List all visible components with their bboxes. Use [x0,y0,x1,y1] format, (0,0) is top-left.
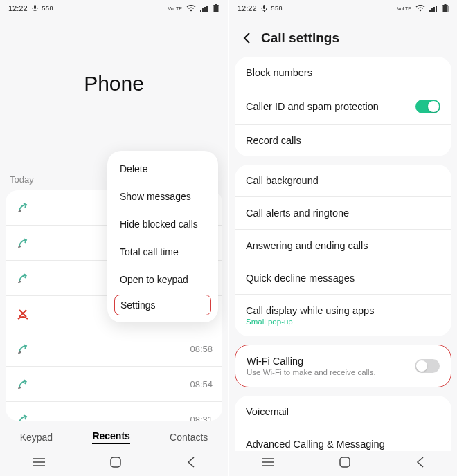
settings-list[interactable]: Block numbersCaller ID and spam protecti… [229,57,457,451]
svg-rect-22 [443,6,447,12]
settings-row-caller-id-and-spam-protection[interactable]: Caller ID and spam protection [235,89,451,125]
nav-home-icon[interactable] [110,457,121,470]
status-carrier: 558 [271,5,283,12]
tab-keypad[interactable]: Keypad [20,432,53,443]
outgoing-call-icon [15,271,30,286]
outgoing-call-icon [15,235,30,250]
menu-item-total-call-time[interactable]: Total call time [107,238,218,266]
svg-rect-5 [204,7,206,12]
menu-item-hide-blocked-calls[interactable]: Hide blocked calls [107,210,218,238]
overflow-menu: DeleteShow messagesHide blocked callsTot… [107,151,218,322]
menu-item-show-messages[interactable]: Show messages [107,183,218,210]
svg-point-2 [190,10,192,11]
svg-rect-18 [431,8,433,12]
android-nav-bar [229,451,457,476]
settings-row-sublabel: Small pop-up [246,318,374,326]
settings-row-label: Call background [246,175,319,186]
call-row[interactable]: 08:31 [6,402,222,421]
settings-row-sublabel: Use Wi-Fi to make and receive calls. [247,368,376,376]
settings-row-voicemail[interactable]: Voicemail [235,396,451,428]
battery-icon [442,4,449,12]
settings-row-advanced-calling-messaging[interactable]: Advanced Calling & Messaging [235,428,451,451]
tab-recents[interactable]: Recents [92,430,129,444]
settings-row-label: Advanced Calling & Messaging [246,439,385,450]
svg-rect-27 [340,457,350,467]
signal-icon [429,5,438,12]
menu-item-settings[interactable]: Settings [114,295,211,315]
svg-rect-23 [445,4,447,6]
page-title: Phone [0,17,228,172]
mic-icon [261,5,267,12]
bottom-tabs: Keypad Recents Contacts [0,421,228,451]
back-icon[interactable] [239,30,254,46]
settings-row-label: Caller ID and spam protection [246,101,379,112]
nav-back-icon[interactable] [187,457,195,470]
svg-rect-14 [263,5,265,9]
mic-icon [32,5,38,12]
status-carrier: 558 [42,5,54,12]
missed-call-icon [15,306,30,321]
settings-row-label: Block numbers [246,67,312,78]
wifi-icon [186,5,196,12]
outgoing-call-icon [15,341,30,356]
svg-rect-4 [202,8,204,12]
outgoing-call-icon [15,412,30,421]
settings-row-answering-and-ending-calls[interactable]: Answering and ending calls [235,230,451,262]
svg-rect-19 [433,7,435,12]
svg-rect-8 [214,6,218,12]
menu-item-delete[interactable]: Delete [107,155,218,183]
status-time: 12:22 [8,4,28,12]
call-time: 08:31 [190,414,213,421]
settings-group: VoicemailAdvanced Calling & Messaging [235,396,451,451]
settings-title: Call settings [261,30,339,46]
settings-row-record-calls[interactable]: Record calls [235,125,451,156]
tab-contacts[interactable]: Contacts [170,432,208,443]
settings-row-label: Quick decline messages [246,273,355,284]
volte-label: VoLTE [397,6,412,11]
wifi-icon [415,5,425,12]
status-bar: 12:22 558 VoLTE [229,0,457,17]
call-time: 08:58 [190,344,213,354]
settings-row-wi-fi-calling[interactable]: Wi-Fi CallingUse Wi-Fi to make and recei… [235,345,451,387]
svg-rect-3 [200,10,201,12]
call-row[interactable]: 08:58 [6,331,222,367]
nav-back-icon[interactable] [416,457,424,470]
call-row[interactable]: 08:54 [6,367,222,402]
settings-row-label: Voicemail [246,406,289,417]
settings-row-call-background[interactable]: Call background [235,165,451,197]
outgoing-call-icon [15,200,30,215]
volte-label: VoLTE [168,6,183,11]
menu-item-open-to-keypad[interactable]: Open to keypad [107,266,218,293]
svg-rect-13 [111,457,120,467]
status-time: 12:22 [238,4,257,12]
android-nav-bar [0,451,228,476]
toggle-switch[interactable] [415,100,440,113]
nav-recents-icon[interactable] [262,457,274,470]
status-bar: 12:22 558 VoLTE [0,0,228,17]
settings-group: Call backgroundCall alerts and ringtoneA… [235,165,451,336]
settings-group: Block numbersCaller ID and spam protecti… [235,57,451,156]
settings-header: Call settings [229,17,457,57]
toggle-switch[interactable] [415,359,440,373]
call-time: 08:54 [190,379,213,390]
settings-row-quick-decline-messages[interactable]: Quick decline messages [235,262,451,295]
nav-home-icon[interactable] [339,457,350,470]
nav-recents-icon[interactable] [33,457,45,470]
settings-group: Wi-Fi CallingUse Wi-Fi to make and recei… [235,345,451,387]
signal-icon [200,5,208,12]
svg-rect-17 [429,10,431,12]
svg-rect-6 [206,6,208,12]
settings-row-label: Answering and ending calls [246,240,368,251]
svg-rect-20 [436,6,437,12]
settings-row-label: Call display while using apps [246,305,374,316]
svg-point-16 [420,10,421,11]
svg-rect-9 [215,4,217,6]
settings-row-call-display-while-using-apps[interactable]: Call display while using appsSmall pop-u… [235,295,451,336]
call-settings-screen: 12:22 558 VoLTE Call settings Block numb… [229,0,457,476]
settings-row-label: Wi-Fi Calling [247,356,376,367]
outgoing-call-icon [15,376,30,392]
settings-row-label: Record calls [246,135,301,146]
phone-app-screen: 12:22 558 VoLTE Phone Today 09:07 08:58 … [0,0,228,476]
settings-row-block-numbers[interactable]: Block numbers [235,57,451,89]
settings-row-call-alerts-and-ringtone[interactable]: Call alerts and ringtone [235,197,451,230]
